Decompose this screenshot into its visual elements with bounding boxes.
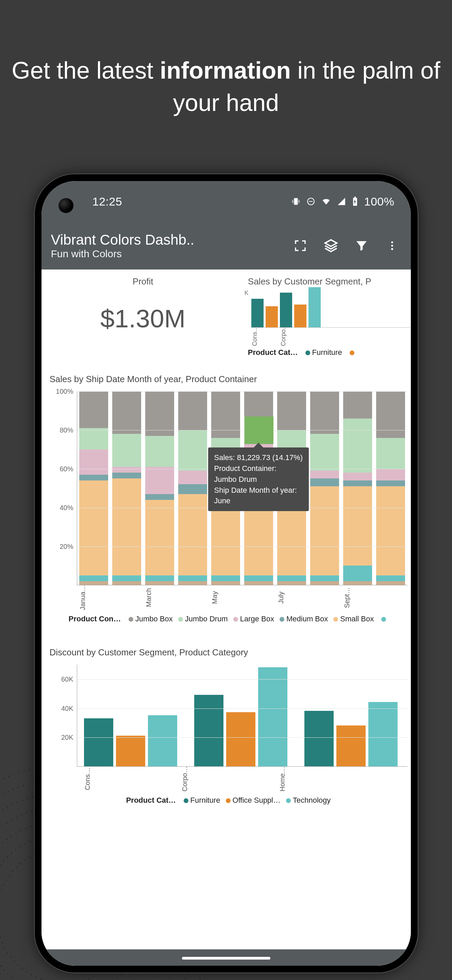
grouped-bar[interactable] [226, 712, 255, 766]
stacked-segment[interactable] [112, 434, 141, 467]
stacked-segment[interactable] [343, 391, 372, 418]
kpi-card[interactable]: Profit $1.30M [41, 273, 244, 360]
stacked-column[interactable] [376, 391, 405, 585]
grouped-bar[interactable] [305, 711, 334, 766]
tooltip-line-5: June [214, 495, 303, 506]
legend-item: Technology [293, 796, 331, 804]
stacked-segment[interactable] [310, 576, 339, 581]
stacked-segment[interactable] [211, 581, 240, 585]
stacked-segment[interactable] [145, 500, 174, 576]
mini-bar[interactable] [266, 306, 278, 327]
grouped-bar[interactable] [258, 667, 287, 766]
stacked-segment[interactable] [112, 581, 141, 585]
grouped-bar[interactable] [116, 736, 145, 766]
stacked-segment[interactable] [310, 471, 339, 479]
bar-group[interactable] [305, 702, 398, 766]
stacked-segment[interactable] [145, 576, 174, 581]
mini-bar[interactable] [308, 287, 321, 327]
stacked-segment[interactable] [376, 469, 405, 480]
bar-group[interactable] [194, 667, 287, 766]
stacked-segment[interactable] [112, 467, 141, 473]
stacked-segment[interactable] [178, 576, 207, 581]
stacked-segment[interactable] [343, 486, 372, 566]
stacked-segment[interactable] [310, 391, 339, 434]
filter-button[interactable] [346, 231, 377, 261]
stacked-segment[interactable] [178, 581, 207, 585]
stacked-segment[interactable] [145, 436, 174, 467]
grouped-plot-area[interactable] [77, 665, 408, 767]
stacked-column[interactable] [145, 391, 174, 585]
stacked-segment[interactable] [112, 576, 141, 581]
stacked-segment[interactable] [376, 576, 405, 581]
stacked-segment[interactable] [145, 494, 174, 500]
stacked-segment[interactable] [145, 581, 174, 585]
stacked-column[interactable] [112, 391, 141, 585]
grouped-chart-card[interactable]: Discount by Customer Segment, Product Ca… [41, 624, 411, 805]
grouped-chart[interactable]: 20K40K60K [50, 665, 408, 767]
stacked-segment[interactable] [178, 484, 207, 494]
fullscreen-button[interactable] [285, 231, 316, 261]
stacked-segment[interactable] [244, 391, 273, 417]
mini-bar[interactable] [280, 293, 292, 327]
stacked-segment[interactable] [79, 581, 108, 585]
stacked-segment[interactable] [178, 391, 207, 430]
mini-bar[interactable] [294, 305, 306, 327]
stacked-segment[interactable] [310, 434, 339, 471]
stacked-segment[interactable] [79, 391, 108, 428]
stacked-segment[interactable] [112, 391, 141, 434]
grouped-bar[interactable] [194, 695, 224, 766]
stacked-segment[interactable] [376, 480, 405, 486]
layers-button[interactable] [316, 231, 346, 261]
dashboard-content[interactable]: Profit $1.30M Sales by Customer Segment,… [41, 269, 411, 966]
stacked-segment[interactable] [79, 450, 108, 475]
bar-group[interactable] [84, 715, 177, 766]
stacked-segment[interactable] [343, 581, 372, 585]
stacked-segment[interactable] [343, 418, 372, 473]
stacked-segment[interactable] [343, 480, 372, 486]
mini-chart-card[interactable]: Sales by Customer Segment, P 900K Cons…C… [244, 273, 411, 360]
stacked-segment[interactable] [343, 473, 372, 480]
stacked-segment[interactable] [145, 391, 174, 436]
stacked-column[interactable] [343, 391, 372, 585]
stacked-chart[interactable]: 20%40%60%80%100% Sales: 81,229.73 (14.17… [50, 391, 408, 585]
stacked-segment[interactable] [277, 391, 306, 430]
stacked-column[interactable] [310, 391, 339, 585]
stacked-segment[interactable] [310, 479, 339, 486]
stacked-segment[interactable] [376, 486, 405, 576]
mini-bar-chart[interactable]: 900K Cons…Corpo… [251, 287, 411, 348]
stacked-chart-card[interactable]: Sales by Ship Date Month of year, Produc… [41, 360, 411, 624]
stacked-segment[interactable] [376, 391, 405, 438]
stacked-segment[interactable] [79, 475, 108, 480]
grouped-bar[interactable] [336, 725, 366, 766]
stacked-segment[interactable] [79, 428, 108, 450]
stacked-segment[interactable] [244, 581, 273, 585]
mini-bar[interactable] [251, 299, 263, 327]
stacked-segment[interactable] [277, 581, 306, 585]
stacked-segment[interactable] [211, 391, 240, 438]
stacked-segment[interactable] [277, 576, 306, 581]
grouped-bar[interactable] [148, 715, 177, 766]
stacked-segment[interactable] [376, 581, 405, 585]
stacked-segment[interactable] [376, 438, 405, 469]
more-button[interactable] [377, 231, 408, 261]
legend-swatch [279, 617, 284, 622]
stacked-segment[interactable] [112, 473, 141, 479]
stacked-segment[interactable] [244, 576, 273, 581]
stacked-segment[interactable] [310, 581, 339, 585]
stacked-segment[interactable] [79, 576, 108, 581]
home-indicator[interactable] [182, 957, 270, 959]
grouped-bar[interactable] [368, 702, 398, 766]
stacked-column[interactable] [178, 391, 207, 585]
grouped-bar[interactable] [84, 718, 113, 766]
stacked-segment[interactable] [343, 566, 372, 581]
stacked-segment[interactable] [178, 494, 207, 576]
stacked-segment[interactable] [145, 467, 174, 494]
stacked-segment[interactable] [178, 471, 207, 484]
stacked-segment[interactable] [79, 480, 108, 576]
stacked-segment[interactable] [211, 576, 240, 581]
stacked-segment[interactable] [310, 486, 339, 576]
stacked-plot-area[interactable]: Sales: 81,229.73 (14.17%) Product Contai… [77, 391, 408, 585]
stacked-segment[interactable] [112, 479, 141, 576]
stacked-column[interactable] [79, 391, 108, 585]
stacked-segment[interactable] [178, 430, 207, 471]
